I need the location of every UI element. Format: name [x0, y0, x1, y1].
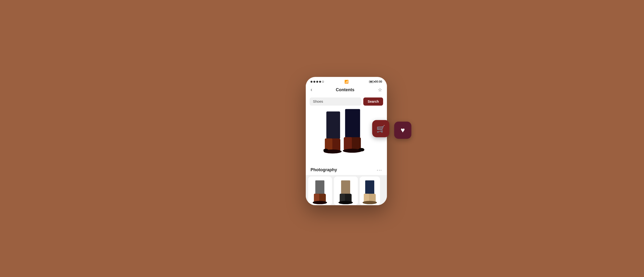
- heart-icon: ♥: [400, 126, 405, 134]
- time-display: 00:00: [375, 80, 382, 83]
- battery-area: 00:00: [369, 80, 382, 83]
- thumbnail-2[interactable]: [334, 176, 358, 205]
- svg-point-4: [324, 149, 328, 152]
- svg-rect-7: [344, 137, 352, 150]
- photography-label-area: Photography ···: [306, 164, 387, 175]
- fab-heart-button[interactable]: ♥: [394, 122, 411, 139]
- svg-point-22: [362, 201, 377, 204]
- svg-point-18: [338, 201, 353, 204]
- cart-icon: 🛒: [376, 124, 385, 133]
- svg-point-14: [313, 201, 327, 204]
- svg-rect-19: [365, 180, 374, 194]
- fab-cart-button[interactable]: 🛒: [372, 120, 389, 137]
- status-bar: 📶 00:00: [306, 77, 387, 85]
- dot-1: [310, 81, 312, 82]
- svg-rect-11: [315, 180, 324, 194]
- wifi-icon: 📶: [344, 80, 348, 84]
- nav-bar: ‹ Contents ☆: [306, 85, 387, 96]
- dot-5: [322, 81, 324, 82]
- favorites-star-button[interactable]: ☆: [378, 87, 382, 93]
- thumbnail-3[interactable]: [360, 176, 380, 205]
- search-input[interactable]: Shoes: [313, 99, 323, 104]
- svg-rect-15: [341, 180, 350, 194]
- thumbnail-1[interactable]: [308, 176, 332, 205]
- photography-label: Photography: [310, 168, 337, 172]
- search-button[interactable]: Search: [363, 98, 383, 106]
- dot-2: [314, 81, 315, 82]
- back-button[interactable]: ‹: [310, 87, 312, 92]
- search-bar: Shoes Search: [306, 96, 387, 109]
- nav-title: Contents: [336, 88, 354, 92]
- search-input-wrapper[interactable]: Shoes: [310, 98, 362, 106]
- signal-dots: [310, 81, 324, 82]
- phone-mockup: 📶 00:00 ‹ Contents ☆ Shoes Search: [306, 77, 387, 205]
- thumbnail-row: [306, 175, 387, 205]
- dot-4: [319, 81, 321, 82]
- dot-3: [316, 81, 318, 82]
- svg-rect-5: [345, 109, 360, 138]
- scene: 📶 00:00 ‹ Contents ☆ Shoes Search: [0, 0, 644, 277]
- battery-icon: [369, 80, 374, 83]
- svg-point-10: [361, 148, 364, 151]
- more-options-button[interactable]: ···: [377, 167, 382, 173]
- svg-rect-0: [326, 112, 340, 139]
